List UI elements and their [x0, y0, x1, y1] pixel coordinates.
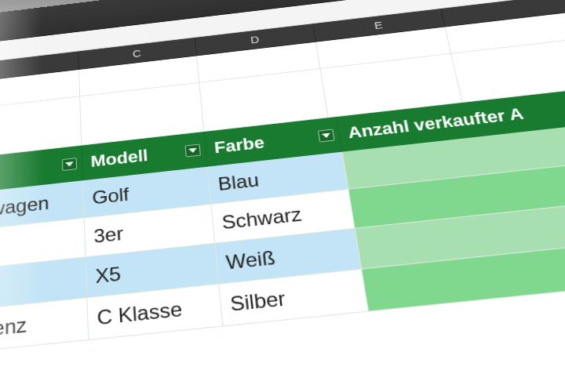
table-header-label: Farbe — [213, 133, 265, 158]
filter-button[interactable] — [62, 158, 77, 171]
filter-button[interactable] — [185, 144, 201, 158]
cell-marke[interactable]: des Benz — [0, 298, 89, 356]
filter-button[interactable] — [318, 129, 335, 143]
table-header-label: Modell — [90, 146, 148, 171]
